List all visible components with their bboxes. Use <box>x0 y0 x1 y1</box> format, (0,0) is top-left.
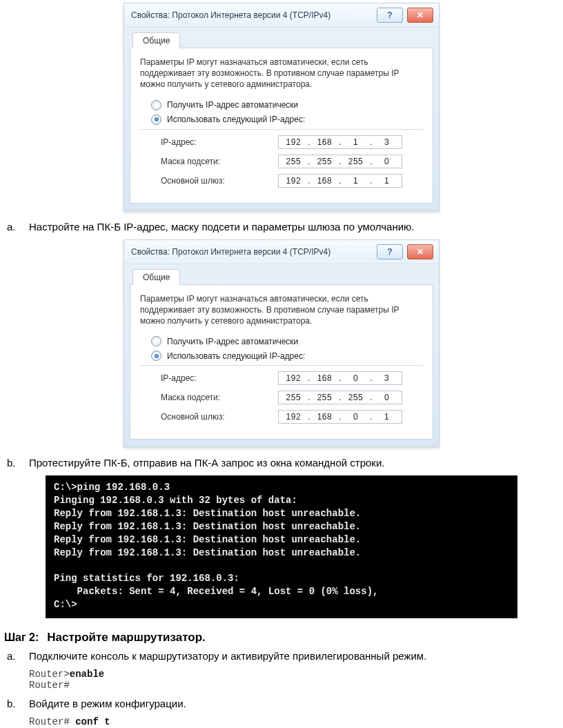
input-default-gateway[interactable]: 192. 168. 0. 1 <box>278 410 402 424</box>
row-ip-address: IP-адрес: 192. 168. 1. 3 <box>161 135 423 149</box>
step2-item-b: b. Войдите в режим конфигурации. <box>7 698 559 709</box>
ip-octet[interactable]: 0 <box>346 412 366 422</box>
row-subnet-mask: Маска подсети: 255. 255. 255. 0 <box>161 391 423 404</box>
ip-octet[interactable]: 0 <box>377 393 397 402</box>
router-prompt-line: Router# <box>29 680 559 691</box>
list-marker: a. <box>7 221 19 233</box>
row-ip-address: IP-адрес: 192. 168. 0. 3 <box>161 371 423 385</box>
ip-octet[interactable]: 168 <box>315 176 334 186</box>
ip-octet[interactable]: 1 <box>377 412 397 422</box>
list-marker: b. <box>7 698 19 709</box>
radio-auto-label: Получить IP-адрес автоматически <box>167 100 298 110</box>
ip-octet[interactable]: 1 <box>377 176 397 186</box>
ipv4-properties-dialog-2: Свойства: Протокол Интернета версии 4 (T… <box>124 239 439 448</box>
command: enable <box>70 669 104 680</box>
tabstrip: Общие <box>124 268 439 284</box>
ip-octet[interactable]: 192 <box>284 412 303 422</box>
help-button[interactable]: ? <box>377 8 403 23</box>
radio-icon-selected <box>151 115 161 125</box>
ip-octet[interactable]: 255 <box>315 393 334 402</box>
ip-octet[interactable]: 255 <box>346 393 366 402</box>
titlebar: Свойства: Протокол Интернета версии 4 (T… <box>124 240 439 264</box>
step-text: Подключите консоль к маршрутизатору и ак… <box>29 650 559 662</box>
ip-octet[interactable]: 3 <box>377 373 397 383</box>
radio-manual-label: Использовать следующий IP-адрес: <box>167 115 305 124</box>
label-ip-address: IP-адрес: <box>161 137 278 147</box>
ip-octet[interactable]: 255 <box>284 393 303 402</box>
ip-octet[interactable]: 1 <box>346 137 366 147</box>
help-icon: ? <box>387 247 392 257</box>
ip-octet[interactable]: 168 <box>315 373 334 383</box>
row-subnet-mask: Маска подсети: 255. 255. 255. 0 <box>161 155 423 168</box>
step-text: Настройте на ПК-Б IP-адрес, маску подсет… <box>29 221 559 233</box>
radio-manual-ip[interactable]: Использовать следующий IP-адрес: <box>151 351 423 361</box>
radio-icon <box>151 336 161 346</box>
window-title: Свойства: Протокол Интернета версии 4 (T… <box>131 247 330 257</box>
router-enable-line: Router>enable <box>29 669 559 680</box>
step-item-b: b. Протестируйте ПК-Б, отправив на ПК-А … <box>7 457 559 469</box>
prompt: Router> <box>29 669 70 680</box>
command-prompt-output: C:\>ping 192.168.0.3 Pinging 192.168.0.3… <box>46 475 517 618</box>
titlebar: Свойства: Протокол Интернета версии 4 (T… <box>124 3 439 28</box>
label-subnet-mask: Маска подсети: <box>161 157 278 166</box>
tab-content: Параметры IP могут назначаться автоматич… <box>130 284 433 440</box>
prompt: Router# <box>29 716 75 727</box>
ip-octet[interactable]: 192 <box>284 176 303 186</box>
list-marker: b. <box>7 457 19 469</box>
close-icon: ✕ <box>417 10 424 20</box>
input-subnet-mask[interactable]: 255. 255. 255. 0 <box>278 391 402 404</box>
ip-octet[interactable]: 1 <box>346 176 366 186</box>
close-button[interactable]: ✕ <box>407 244 433 259</box>
close-button[interactable]: ✕ <box>407 8 433 23</box>
tab-content: Параметры IP могут назначаться автоматич… <box>130 48 433 204</box>
step-item-a: a. Настройте на ПК-Б IP-адрес, маску под… <box>7 221 559 233</box>
ip-octet[interactable]: 192 <box>284 373 303 383</box>
label-ip-address: IP-адрес: <box>161 373 278 383</box>
label-subnet-mask: Маска подсети: <box>161 393 278 402</box>
ip-octet[interactable]: 0 <box>377 157 397 166</box>
input-ip-address[interactable]: 192. 168. 1. 3 <box>278 135 402 149</box>
step2-item-a: a. Подключите консоль к маршрутизатору и… <box>7 650 559 662</box>
window-buttons: ? ✕ <box>377 244 433 259</box>
ip-octet[interactable]: 168 <box>315 412 334 422</box>
ip-octet[interactable]: 168 <box>315 137 334 147</box>
command: conf t <box>75 716 110 727</box>
ipv4-properties-dialog-1: Свойства: Протокол Интернета версии 4 (T… <box>124 3 439 211</box>
divider <box>140 365 423 366</box>
close-icon: ✕ <box>417 247 424 257</box>
help-button[interactable]: ? <box>377 244 403 259</box>
description-text: Параметры IP могут назначаться автоматич… <box>140 293 423 327</box>
tab-general[interactable]: Общие <box>132 269 180 285</box>
row-default-gateway: Основной шлюз: 192. 168. 0. 1 <box>161 410 423 424</box>
radio-auto-ip[interactable]: Получить IP-адрес автоматически <box>151 336 423 346</box>
radio-auto-ip[interactable]: Получить IP-адрес автоматически <box>151 100 423 110</box>
tabstrip: Общие <box>124 32 439 48</box>
input-subnet-mask[interactable]: 255. 255. 255. 0 <box>278 155 402 168</box>
step-number: Шаг 2: <box>4 631 39 644</box>
tab-general[interactable]: Общие <box>132 32 180 48</box>
window-title: Свойства: Протокол Интернета версии 4 (T… <box>131 10 330 20</box>
radio-icon <box>151 100 161 110</box>
ip-octet[interactable]: 3 <box>377 137 397 147</box>
list-marker: a. <box>7 650 19 662</box>
step-2-heading: Шаг 2: Настройте маршрутизатор. <box>4 631 559 645</box>
label-default-gateway: Основной шлюз: <box>161 412 278 422</box>
ip-octet[interactable]: 255 <box>315 157 334 166</box>
ip-octet[interactable]: 0 <box>346 373 366 383</box>
ip-octet[interactable]: 192 <box>284 137 303 147</box>
input-ip-address[interactable]: 192. 168. 0. 3 <box>278 371 402 385</box>
radio-icon-selected <box>151 351 161 361</box>
row-default-gateway: Основной шлюз: 192. 168. 1. 1 <box>161 174 423 188</box>
ip-octet[interactable]: 255 <box>284 157 303 166</box>
step-text: Войдите в режим конфигурации. <box>29 698 559 709</box>
input-default-gateway[interactable]: 192. 168. 1. 1 <box>278 174 402 188</box>
divider <box>140 129 423 130</box>
radio-manual-label: Использовать следующий IP-адрес: <box>167 351 305 361</box>
radio-manual-ip[interactable]: Использовать следующий IP-адрес: <box>151 115 423 125</box>
step-text: Протестируйте ПК-Б, отправив на ПК-А зап… <box>29 457 559 469</box>
help-icon: ? <box>387 10 392 20</box>
window-buttons: ? ✕ <box>377 8 433 23</box>
step-title: Настройте маршрутизатор. <box>47 631 205 645</box>
ip-octet[interactable]: 255 <box>346 157 366 166</box>
label-default-gateway: Основной шлюз: <box>161 176 278 186</box>
